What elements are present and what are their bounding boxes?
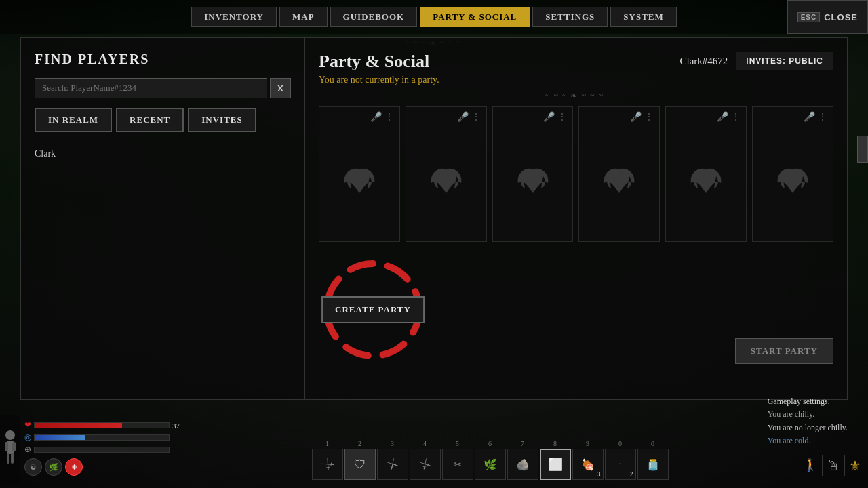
slot-num-5: 5 bbox=[442, 440, 473, 447]
hotbar-slot-2[interactable]: 🛡 bbox=[344, 449, 376, 480]
party-title: Party & Social bbox=[319, 52, 439, 72]
right-panel: Party & Social You are not currently in … bbox=[305, 37, 848, 400]
slot-numbers: 1 2 3 4 5 6 7 8 9 0 0 bbox=[312, 440, 669, 447]
party-subtitle: You are not currently in a party. bbox=[319, 75, 439, 85]
character-silhouette bbox=[2, 428, 18, 469]
filter-invites[interactable]: INVITES bbox=[188, 108, 256, 132]
slot-num-10: 0 bbox=[605, 440, 636, 447]
slot-num-9: 9 bbox=[572, 440, 604, 447]
character-avatar bbox=[0, 415, 20, 483]
esc-badge: ESC bbox=[797, 12, 821, 22]
hotbar-slot-5[interactable]: ✂ bbox=[442, 449, 473, 480]
top-nav: INVENTORY MAP GUIDEBOOK PARTY & SOCIAL S… bbox=[0, 0, 868, 34]
status-icon-3: ❄ bbox=[65, 458, 83, 476]
slot-2-top-bar: 🎤 ⋮ bbox=[406, 107, 486, 126]
slot-num-11: 0 bbox=[637, 440, 669, 447]
svg-rect-5 bbox=[7, 453, 9, 464]
party-slots: 🎤 ⋮ 🎤 ⋮ 🎤 ⋮ bbox=[319, 106, 833, 242]
hotbar-center: 1 2 3 4 5 6 7 8 9 0 0 ⚔ 🛡 ⚔ bbox=[184, 440, 796, 480]
close-label: CLOSE bbox=[824, 12, 858, 22]
slot-3-top-bar: 🎤 ⋮ bbox=[493, 107, 573, 126]
slot-menu-5: ⋮ bbox=[731, 111, 741, 123]
start-party-button[interactable]: START PARTY bbox=[735, 338, 833, 364]
slot-num-3: 3 bbox=[377, 440, 408, 447]
search-input[interactable] bbox=[35, 78, 267, 98]
slot-menu-6: ⋮ bbox=[818, 111, 827, 123]
hotbar-slot-4[interactable]: ⚔ bbox=[410, 449, 441, 480]
party-header: Party & Social You are not currently in … bbox=[319, 52, 833, 85]
status-bars: ❤ 37 ◎ ⊕ ☯ 🌿 ❄ bbox=[20, 420, 184, 476]
filter-buttons: IN REALM RECENT INVITES bbox=[35, 108, 291, 132]
panel-decoration: ~~~❧~~~ bbox=[319, 91, 833, 101]
slot-menu-4: ⋮ bbox=[644, 111, 654, 123]
hud-icons: 🚶 🖱 ⚜ bbox=[796, 455, 868, 476]
slot-1-top-bar: 🎤 ⋮ bbox=[319, 107, 399, 126]
slot-9-count: 3 bbox=[597, 470, 601, 478]
slot-4-top-bar: 🎤 ⋮ bbox=[579, 107, 659, 126]
search-clear-button[interactable]: X bbox=[270, 78, 291, 98]
hotbar-slot-10[interactable]: · 2 bbox=[605, 449, 636, 480]
log-title: Gameplay settings. bbox=[768, 395, 848, 408]
nav-party-social[interactable]: PARTY & SOCIAL bbox=[420, 7, 530, 27]
hotbar-slot-3[interactable]: ⚔ bbox=[377, 449, 408, 480]
hotbar-slot-6[interactable]: 🌿 bbox=[475, 449, 506, 480]
mic-icon-1: 🎤 bbox=[370, 111, 382, 123]
search-row: X bbox=[35, 78, 291, 98]
mic-icon-2: 🎤 bbox=[457, 111, 469, 123]
main-panels: FIND PLAYERS X IN REALM RECENT INVITES C… bbox=[20, 37, 848, 400]
scroll-indicator[interactable] bbox=[857, 136, 868, 163]
hud-icon-group: 🚶 bbox=[803, 458, 818, 474]
party-slot-1: 🎤 ⋮ bbox=[319, 106, 400, 242]
player-item[interactable]: Clark bbox=[35, 146, 291, 162]
create-party-area: CREATE PARTY START PARTY bbox=[319, 256, 833, 364]
party-slot-6: 🎤 ⋮ bbox=[752, 106, 833, 242]
bird-icon-6 bbox=[772, 163, 813, 200]
svg-rect-4 bbox=[12, 442, 16, 451]
hotbar-slot-1[interactable]: ⚔ bbox=[312, 449, 343, 480]
slot-num-7: 7 bbox=[507, 440, 538, 447]
party-slot-2: 🎤 ⋮ bbox=[406, 106, 487, 242]
close-button[interactable]: ESC CLOSE bbox=[787, 0, 868, 34]
status-icon-1: ☯ bbox=[24, 458, 42, 476]
nav-system[interactable]: SYSTEM bbox=[610, 7, 676, 27]
filter-recent[interactable]: RECENT bbox=[116, 108, 184, 132]
mic-icon-4: 🎤 bbox=[630, 111, 642, 123]
find-players-title: FIND PLAYERS bbox=[35, 52, 291, 67]
slot-num-2: 2 bbox=[344, 440, 376, 447]
hotbar: ❤ 37 ◎ ⊕ ☯ 🌿 ❄ 1 2 3 bbox=[0, 410, 868, 488]
hotbar-slot-7[interactable]: 🪨 bbox=[507, 449, 538, 480]
nav-inventory[interactable]: INVENTORY bbox=[191, 7, 277, 27]
filter-in-realm[interactable]: IN REALM bbox=[35, 108, 112, 132]
hotbar-slot-9[interactable]: 🍖 3 bbox=[572, 449, 604, 480]
status-icon-2: 🌿 bbox=[45, 458, 62, 476]
create-party-button[interactable]: CREATE PARTY bbox=[321, 296, 425, 323]
invites-button[interactable]: INVITES: PUBLIC bbox=[736, 52, 833, 70]
svg-rect-3 bbox=[5, 442, 8, 451]
player-list: Clark bbox=[35, 146, 291, 162]
bird-icon-3 bbox=[513, 163, 553, 200]
hotbar-slot-11[interactable]: 🫙 bbox=[637, 449, 669, 480]
mic-icon-3: 🎤 bbox=[543, 111, 555, 123]
slot-num-4: 4 bbox=[410, 440, 441, 447]
slot-menu-2: ⋮ bbox=[471, 111, 481, 123]
nav-map[interactable]: MAP bbox=[279, 7, 328, 27]
nav-guidebook[interactable]: GUIDEBOOK bbox=[330, 7, 418, 27]
svg-point-1 bbox=[5, 430, 15, 440]
party-right-info: Clark#4672 INVITES: PUBLIC bbox=[680, 52, 834, 70]
nav-settings[interactable]: SETTINGS bbox=[532, 7, 608, 27]
hotbar-slot-8[interactable]: ⬜ bbox=[540, 449, 571, 480]
slot-6-top-bar: 🎤 ⋮ bbox=[753, 107, 833, 126]
bird-icon-4 bbox=[599, 163, 639, 200]
slot-5-top-bar: 🎤 ⋮ bbox=[666, 107, 746, 126]
hotbar-slots: ⚔ 🛡 ⚔ ⚔ ✂ 🌿 🪨 bbox=[312, 449, 669, 480]
hud-icon-star: ⚜ bbox=[849, 458, 861, 474]
bird-icon-5 bbox=[686, 163, 726, 200]
create-party-container: CREATE PARTY bbox=[319, 256, 427, 364]
hud-divider bbox=[822, 455, 823, 476]
mic-icon-5: 🎤 bbox=[717, 111, 728, 123]
create-party-dashes: CREATE PARTY bbox=[319, 256, 427, 364]
slot-menu-1: ⋮ bbox=[384, 111, 394, 123]
party-slot-3: 🎤 ⋮ bbox=[492, 106, 574, 242]
health-value: 37 bbox=[172, 422, 180, 430]
party-slot-4: 🎤 ⋮ bbox=[578, 106, 660, 242]
